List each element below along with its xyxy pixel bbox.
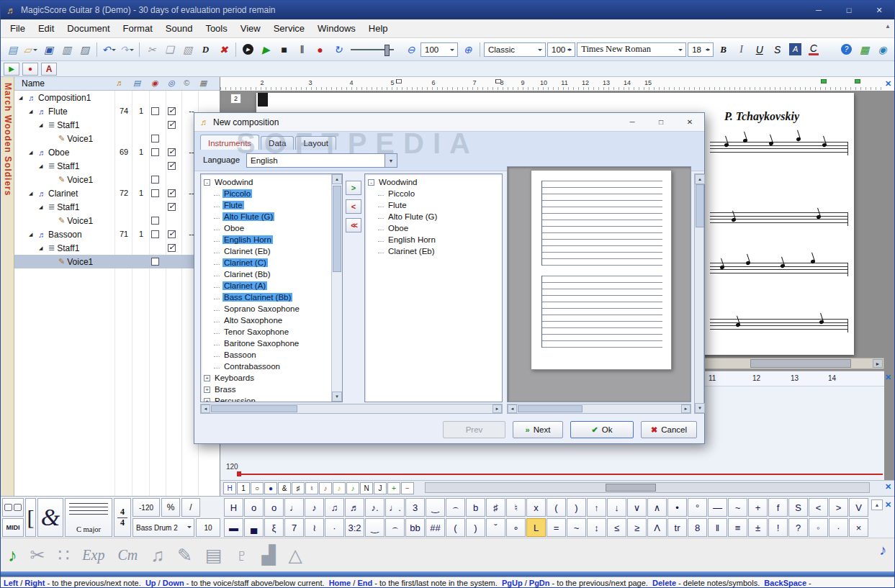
menu-windows[interactable]: Windows [311, 20, 362, 37]
maximize-button[interactable]: □ [834, 1, 864, 19]
tree-node-icon[interactable] [214, 250, 220, 253]
key-signature-tool[interactable]: C major [65, 498, 112, 537]
palette-button[interactable]: V [849, 498, 868, 517]
marker-flag-icon[interactable] [396, 79, 402, 83]
menu-service[interactable]: Service [267, 20, 311, 37]
palette-button[interactable]: ( [547, 498, 566, 517]
sharp-button[interactable]: ♯ [292, 482, 305, 494]
palette-button[interactable]: 8 [688, 518, 707, 537]
palette-button[interactable]: < [809, 498, 828, 517]
row-oboe-staff1[interactable]: ◢ ≣ Staff1 [14, 159, 220, 173]
group-icon[interactable]: ∷ [58, 546, 69, 564]
palette-button[interactable]: ## [426, 518, 445, 537]
tree-node-icon[interactable] [214, 319, 220, 322]
scroll-right-arrow[interactable]: ► [873, 359, 883, 368]
add-button[interactable]: + [387, 482, 400, 494]
list-vertical-scrollbar[interactable]: ▲ ▼ [331, 174, 342, 402]
language-combo[interactable]: English ▼ [246, 153, 397, 168]
instrument-item[interactable]: Oboe [204, 222, 330, 234]
palette-button[interactable]: • [667, 498, 687, 517]
palette-button[interactable]: ~ [728, 498, 747, 517]
expand-arrow-icon[interactable]: ◢ [39, 204, 46, 210]
name-column-header[interactable]: Name [22, 78, 45, 89]
toolbar-item[interactable] [96, 42, 97, 57]
scroll-thumb[interactable] [518, 405, 583, 412]
row-clarinet-voice1[interactable]: ✎ Voice1 [14, 214, 220, 227]
close-panel-icon[interactable]: ✕ [883, 372, 894, 383]
percent-tool[interactable]: % [161, 498, 180, 517]
palette-button[interactable]: ‿ [426, 498, 445, 517]
expand-arrow-icon[interactable]: ◢ [29, 109, 36, 114]
play-button[interactable]: ▶ [258, 41, 274, 58]
instrument-item[interactable]: Flute [368, 199, 502, 211]
palette-button[interactable]: ∨ [627, 498, 647, 517]
clef-tool[interactable]: & [37, 498, 63, 537]
tempo-spinner[interactable]: 100 [547, 42, 575, 57]
palette-button[interactable]: ξ [264, 518, 284, 537]
minimize-button[interactable]: ─ [804, 1, 834, 19]
scroll-up-arrow[interactable]: ▲ [332, 174, 342, 184]
font-size-spinner[interactable]: 18 [688, 42, 714, 57]
dialog-close-button[interactable]: ✕ [675, 113, 704, 131]
score-col-icon[interactable]: ▤ [133, 78, 140, 88]
row-bassoon-voice1[interactable]: ✎ Voice1 [14, 255, 220, 268]
lists-horizontal-scrollbar[interactable]: ◄ ► [200, 404, 503, 414]
palette-button[interactable]: ∧ [647, 498, 667, 517]
zoom-combo[interactable]: 100 [420, 42, 458, 57]
instrument-item[interactable]: Alto Flute (G) [204, 211, 330, 222]
font-combo[interactable]: Times New Roman [577, 42, 686, 57]
scroll-up-arrow[interactable]: ▲ [695, 174, 705, 184]
visible-checkbox[interactable] [168, 189, 176, 197]
record-col-icon[interactable]: © [184, 78, 189, 87]
solo-col-icon[interactable]: ◎ [168, 78, 175, 88]
keyboard-icon[interactable]: ▤ [205, 546, 222, 564]
visible-checkbox[interactable] [168, 121, 176, 129]
marker-flag-icon[interactable] [495, 79, 501, 83]
guitar-icon[interactable]: ♇ [235, 546, 249, 564]
instrument-item[interactable]: Oboe [368, 222, 502, 234]
note-red-button[interactable]: ♪ [319, 482, 332, 494]
tree-node-icon[interactable] [378, 238, 384, 242]
scroll-thumb[interactable] [750, 359, 851, 368]
tree-node-icon[interactable] [214, 192, 220, 196]
loop-button[interactable]: ↻ [330, 41, 346, 58]
menu-edit[interactable]: Edit [32, 20, 60, 37]
instrument-item[interactable]: Clarinet (Eb) [368, 245, 502, 257]
copy-button[interactable]: ❏ [161, 41, 178, 58]
cancel-button[interactable]: ✖ Cancel [641, 421, 697, 438]
h-button[interactable]: H [223, 482, 236, 494]
expand-arrow-icon[interactable]: ◢ [29, 150, 36, 155]
src-brass[interactable]: + Brass [204, 384, 330, 395]
drum-combo[interactable]: Bass Drum 2 [132, 518, 194, 537]
row-flute[interactable]: ◢ ♬ Flute 74 1 -- [14, 104, 220, 118]
mute-checkbox[interactable] [151, 217, 159, 225]
mute-checkbox[interactable] [151, 189, 159, 197]
slash-tool[interactable]: / [181, 498, 200, 517]
row-oboe-voice1[interactable]: ✎ Voice1 [14, 173, 220, 186]
menu-document[interactable]: Document [60, 20, 116, 37]
expand-arrow-icon[interactable]: ◢ [39, 163, 46, 169]
mute-checkbox[interactable] [151, 148, 159, 156]
palette-button[interactable]: > [829, 498, 848, 517]
instrument-item[interactable]: Bass Clarinet (Bb) [204, 291, 330, 303]
toolbar-item[interactable] [235, 42, 236, 57]
tree-node-icon[interactable]: + [204, 386, 210, 393]
tab-instruments[interactable]: Instruments [200, 135, 259, 150]
strike-button[interactable]: S [769, 41, 786, 58]
instrument-item[interactable]: Alto Flute (G) [368, 211, 502, 222]
mute-checkbox[interactable] [151, 230, 159, 238]
visible-checkbox[interactable] [168, 162, 176, 170]
palette-button[interactable]: 7 [284, 518, 304, 537]
voice-spinner[interactable]: 1 [237, 482, 250, 494]
chevron-down-icon[interactable]: ▼ [384, 154, 397, 167]
palette-button[interactable]: ⌢ [446, 498, 465, 517]
palette-button[interactable]: ♫ [325, 498, 344, 517]
tree-node-icon[interactable] [214, 261, 220, 265]
help-button[interactable]: ? [838, 41, 855, 58]
palette-button[interactable]: ο [264, 498, 284, 517]
tempo-line[interactable] [240, 474, 883, 475]
src-woodwind[interactable]: - Woodwind [204, 176, 330, 188]
tree-node-icon[interactable] [214, 227, 220, 230]
tree-node-icon[interactable] [214, 238, 220, 242]
palette-button[interactable]: ♩. [385, 498, 405, 517]
